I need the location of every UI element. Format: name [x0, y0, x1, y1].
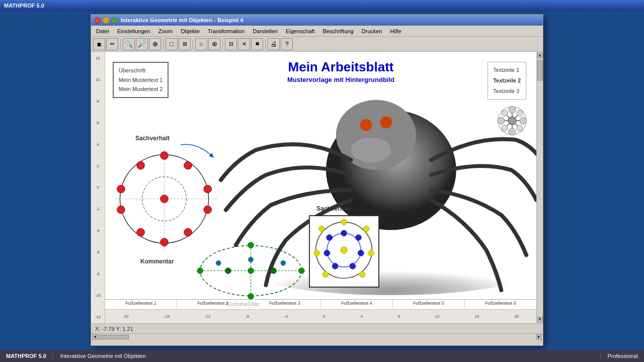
svg-point-33	[137, 161, 145, 169]
status-description: Interaktive Geometrie mit Objekten	[53, 353, 601, 359]
svg-point-29	[160, 238, 169, 246]
content-area: 121086420-2-4-6-8-10-12	[91, 52, 543, 323]
text-box-right: Textzeile 1 Textzeile 2 Textzeile 3	[488, 62, 526, 100]
svg-point-18	[502, 125, 508, 131]
tool-snap[interactable]: ⊟	[225, 38, 237, 50]
svg-point-26	[204, 185, 212, 193]
arrow1	[178, 140, 218, 165]
main-status-bar: MATHPROF 5.0 Interaktive Geometrie mit O…	[0, 350, 644, 362]
app-status-bar: X: -7.79 Y: 1.21	[91, 323, 543, 333]
svg-point-31	[117, 206, 125, 214]
menu-zoom[interactable]: Zoom	[154, 27, 177, 35]
status-app-name: MATHPROF 5.0	[0, 353, 53, 359]
scrollbar-vertical[interactable]: ▲ ▼	[536, 52, 543, 323]
svg-point-53	[350, 263, 356, 269]
window-title: Interaktive Geometrie mit Objekten - Bei…	[121, 17, 243, 23]
menu-einstellungen[interactable]: Einstellungen	[113, 27, 154, 35]
svg-point-64	[341, 247, 347, 253]
footer-5: Fußzeilentext 5	[393, 300, 465, 308]
svg-point-16	[517, 110, 523, 116]
svg-point-61	[323, 272, 329, 278]
text-right-line1: Textzeile 1	[493, 65, 521, 75]
svg-point-11	[509, 106, 516, 113]
svg-point-57	[341, 219, 347, 225]
menu-bar: Datei Einstellungen Zoom Objekte Transfo…	[91, 26, 543, 37]
svg-point-12	[520, 117, 527, 124]
tool-zoom-fit[interactable]: ⊕	[149, 38, 161, 50]
footer-3: Fußzeilentext 3	[249, 300, 321, 308]
svg-point-59	[368, 250, 374, 256]
svg-point-4	[380, 117, 392, 129]
svg-point-54	[332, 263, 338, 269]
svg-point-39	[299, 268, 305, 274]
scroll-thumb-v[interactable]	[537, 60, 543, 80]
svg-point-38	[197, 268, 203, 274]
main-title: Mein Arbeitsblatt	[196, 59, 486, 75]
tool-circle[interactable]: ○	[195, 38, 207, 50]
svg-point-17	[517, 125, 523, 131]
app-logo: MATHPROF 5.0	[4, 3, 44, 9]
menu-objekte[interactable]: Objekte	[177, 27, 204, 35]
footer-4: Fußzeilentext 4	[321, 300, 393, 308]
canvas[interactable]: Mein Arbeitsblatt Mustervorlage mit Hint…	[105, 52, 536, 323]
svg-point-15	[502, 110, 508, 116]
menu-darstellen[interactable]: Darstellen	[249, 27, 282, 35]
svg-point-30	[137, 228, 145, 236]
svg-point-44	[248, 268, 254, 274]
scroll-thumb-h[interactable]	[99, 335, 129, 339]
scroll-down-btn[interactable]: ▼	[537, 317, 543, 322]
snowflake-decoration	[496, 105, 529, 139]
menu-hilfe[interactable]: Hilfe	[386, 27, 406, 35]
worksheet-title-area: Mein Arbeitsblatt Mustervorlage mit Hint…	[196, 59, 486, 83]
sub-title: Mustervorlage mit Hintergrundbild	[196, 76, 486, 83]
svg-point-41	[248, 294, 254, 300]
close-btn[interactable]	[94, 17, 101, 24]
max-btn[interactable]	[111, 17, 118, 24]
text-box-heading: Überschrift	[119, 66, 163, 75]
status-edition: Professional	[601, 353, 644, 359]
tool-print[interactable]: 🖨	[268, 38, 280, 50]
text-box-left: Überschrift Mein Mustertext 1 Mein Muste…	[113, 62, 169, 98]
tool-plus[interactable]: ⊕	[208, 38, 220, 50]
svg-point-5	[351, 137, 391, 162]
main-title-bar: MATHPROF 5.0	[0, 0, 644, 11]
x-ruler: -20-16-12-8-4048121620	[105, 309, 536, 323]
label-sachverhalt2: Sachverhalt	[316, 205, 351, 212]
svg-point-40	[248, 242, 254, 248]
tool-x2[interactable]: ✖	[251, 38, 263, 50]
tool-zoom-out[interactable]: 🔍	[123, 38, 135, 50]
tool-zoom-in[interactable]: 🔎	[136, 38, 148, 50]
svg-point-14	[498, 117, 505, 124]
svg-point-43	[271, 268, 277, 274]
tool-x1[interactable]: ✕	[238, 38, 250, 50]
scroll-right-btn[interactable]: ►	[536, 334, 542, 340]
svg-point-52	[358, 250, 364, 256]
svg-point-50	[341, 230, 347, 236]
svg-point-47	[249, 257, 254, 262]
window-title-bar: Interaktive Geometrie mit Objekten - Bei…	[91, 15, 543, 26]
scrollbar-horizontal[interactable]: ◄ ►	[91, 333, 543, 340]
menu-eigenschaft[interactable]: Eigenschaft	[282, 27, 318, 35]
tool-select[interactable]: ■	[93, 38, 105, 50]
svg-point-60	[359, 272, 365, 278]
tool-grid[interactable]: ⊞	[179, 38, 191, 50]
footer-2: Fußzeilentext 2	[177, 300, 249, 308]
tool-draw[interactable]: ✏	[106, 38, 118, 50]
tool-help[interactable]: ?	[281, 38, 293, 50]
scroll-up-btn[interactable]: ▲	[537, 53, 543, 58]
tool-rect[interactable]: □	[166, 38, 178, 50]
menu-datei[interactable]: Datei	[92, 27, 113, 35]
footer-6: Fußzeilentext 6	[465, 300, 536, 308]
scroll-left-btn[interactable]: ◄	[92, 334, 98, 340]
app-window: Interaktive Geometrie mit Objekten - Bei…	[91, 14, 543, 346]
svg-point-58	[363, 226, 369, 232]
text-box-line1: Mein Mustertext 1	[119, 75, 163, 85]
svg-point-55	[324, 250, 330, 256]
menu-drucken[interactable]: Drucken	[358, 27, 386, 35]
menu-transformation[interactable]: Transformation	[204, 27, 249, 35]
min-btn[interactable]	[103, 17, 109, 24]
svg-point-13	[509, 128, 516, 135]
menu-beschriftung[interactable]: Beschriftung	[318, 27, 357, 35]
svg-point-24	[160, 152, 169, 160]
svg-point-56	[327, 235, 333, 241]
